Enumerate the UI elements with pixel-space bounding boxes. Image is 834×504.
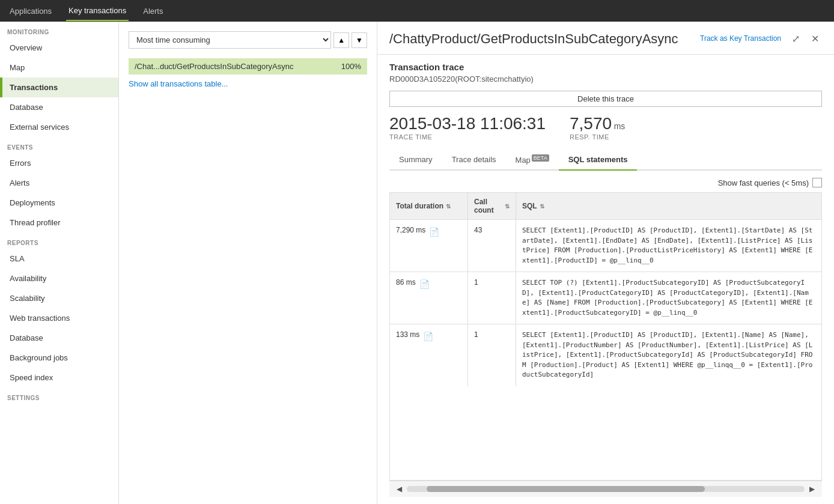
cell-count-1: 43	[468, 220, 516, 272]
resp-time-label: RESP. TIME	[570, 133, 625, 141]
left-panel: Most time consuming ▲ ▼ /Chat...duct/Get…	[119, 22, 377, 504]
cell-duration-1: 7,290 ms 📄	[390, 220, 468, 272]
main-content: Most time consuming ▲ ▼ /Chat...duct/Get…	[119, 22, 834, 504]
trace-time-value: 2015-03-18 11:06:31	[389, 114, 546, 133]
sql-row-2[interactable]: 86 ms 📄 1 SELECT TOP (?) [Extent1].[Prod…	[390, 272, 821, 324]
sidebar-item-web-transactions[interactable]: Web transactions	[0, 308, 118, 328]
sidebar-item-map[interactable]: Map	[0, 58, 118, 77]
cell-count-3: 1	[468, 324, 516, 386]
col-header-sql[interactable]: SQL ⇅	[516, 193, 821, 219]
doc-icon-3: 📄	[423, 332, 433, 341]
cell-sql-2: SELECT TOP (?) [Extent1].[ProductSubcate…	[516, 272, 821, 324]
nav-applications[interactable]: Applications	[7, 2, 54, 20]
cell-sql-1: SELECT [Extent1].[ProductID] AS [Product…	[516, 220, 821, 272]
sidebar-item-availability[interactable]: Availability	[0, 269, 118, 288]
show-fast-queries-checkbox[interactable]	[812, 178, 822, 187]
beta-badge: BETA	[532, 154, 549, 162]
duration-value-2: 86 ms	[396, 278, 416, 287]
sort-count-icon: ⇅	[505, 203, 510, 210]
col-header-count[interactable]: Call count ⇅	[468, 193, 516, 219]
tab-summary[interactable]: Summary	[389, 150, 442, 171]
nav-alerts[interactable]: Alerts	[141, 2, 165, 20]
col-header-duration[interactable]: Total duration ⇅	[390, 193, 468, 219]
trace-info-row: RD000D3A105220(ROOT:sitecmchattyio)	[389, 74, 822, 83]
doc-icon-1: 📄	[429, 227, 439, 237]
sidebar-item-alerts[interactable]: Alerts	[0, 173, 118, 193]
transaction-pct: 100%	[341, 62, 361, 71]
transaction-name: /Chat...duct/GetProductsInSubCategoryAsy…	[135, 62, 341, 71]
cell-sql-3: SELECT [Extent1].[ProductID] AS [Product…	[516, 324, 821, 386]
horizontal-scrollbar[interactable]: ◀ ▶	[389, 481, 822, 497]
filter-select[interactable]: Most time consuming	[129, 31, 331, 49]
sidebar-events-label: EVENTS	[0, 137, 118, 153]
filter-chevron-down[interactable]: ▼	[352, 32, 367, 48]
sql-filter-row: Show fast queries (< 5ms)	[389, 178, 822, 187]
sidebar-item-overview[interactable]: Overview	[0, 38, 118, 58]
sidebar-item-errors[interactable]: Errors	[0, 153, 118, 173]
transaction-trace-title: Transaction trace	[389, 62, 822, 72]
expand-icon[interactable]: ⤢	[788, 31, 803, 46]
duration-value-1: 7,290 ms	[396, 226, 425, 234]
scroll-left-arrow[interactable]: ◀	[394, 484, 404, 494]
sidebar-item-deployments[interactable]: Deployments	[0, 193, 118, 213]
tab-trace-details[interactable]: Trace details	[442, 150, 506, 171]
cell-duration-2: 86 ms 📄	[390, 272, 468, 324]
sort-duration-icon: ⇅	[446, 203, 451, 210]
sidebar-item-background-jobs[interactable]: Background jobs	[0, 348, 118, 368]
transaction-row[interactable]: /Chat...duct/GetProductsInSubCategoryAsy…	[129, 58, 367, 74]
trace-header: /ChattyProduct/GetProductsInSubCategoryA…	[377, 22, 834, 55]
trace-metrics: 2015-03-18 11:06:31 TRACE TIME 7,570 ms …	[389, 114, 822, 141]
delete-trace-button[interactable]: Delete this trace	[389, 91, 822, 107]
sql-panel: Show fast queries (< 5ms) Total duration…	[389, 178, 822, 497]
tab-sql-statements[interactable]: SQL statements	[559, 150, 638, 171]
sidebar-reports-label: REPORTS	[0, 232, 118, 249]
sql-table-header: Total duration ⇅ Call count ⇅ SQL ⇅	[390, 193, 821, 220]
show-all-link[interactable]: Show all transactions table...	[129, 77, 228, 91]
trace-time-label: TRACE TIME	[389, 133, 546, 141]
doc-icon-2: 📄	[419, 279, 430, 289]
tab-map[interactable]: MapBETA	[506, 150, 559, 171]
sidebar-item-external-services[interactable]: External services	[0, 117, 118, 137]
sort-sql-icon: ⇅	[540, 203, 544, 210]
top-navigation: Applications Key transactions Alerts	[0, 0, 834, 22]
filter-row: Most time consuming ▲ ▼	[129, 31, 367, 49]
sidebar-item-database-reports[interactable]: Database	[0, 328, 118, 348]
filter-chevron-up[interactable]: ▲	[333, 32, 349, 48]
scroll-thumb	[427, 486, 705, 492]
resp-time-row: 7,570 ms	[570, 114, 625, 133]
trace-header-actions: Track as Key Transaction ⤢ ✕	[698, 31, 822, 46]
track-key-transaction-button[interactable]: Track as Key Transaction	[698, 32, 784, 45]
trace-id: RD000D3A105220(ROOT:sitecmchattyio)	[389, 74, 534, 83]
sidebar-item-scalability[interactable]: Scalability	[0, 288, 118, 308]
sidebar-item-sla[interactable]: SLA	[0, 249, 118, 269]
right-panel: /ChattyProduct/GetProductsInSubCategoryA…	[377, 22, 834, 504]
trace-title: /ChattyProduct/GetProductsInSubCategoryA…	[389, 31, 678, 47]
resp-time-value: 7,570	[570, 114, 612, 133]
sql-row-3[interactable]: 133 ms 📄 1 SELECT [Extent1].[ProductID] …	[390, 324, 821, 386]
sidebar-item-transactions[interactable]: Transactions	[0, 77, 118, 97]
cell-count-2: 1	[468, 272, 516, 324]
duration-value-3: 133 ms	[396, 330, 419, 339]
sidebar-monitoring-label: MONITORING	[0, 22, 118, 38]
sql-filter-label: Show fast queries (< 5ms)	[718, 178, 809, 187]
trace-body: Transaction trace RD000D3A105220(ROOT:si…	[377, 55, 834, 504]
sidebar-settings-label: SETTINGS	[0, 387, 118, 404]
trace-time-block: 2015-03-18 11:06:31 TRACE TIME	[389, 114, 546, 141]
nav-key-transactions[interactable]: Key transactions	[66, 1, 129, 21]
close-panel-icon[interactable]: ✕	[808, 31, 822, 46]
sql-row-1[interactable]: 7,290 ms 📄 43 SELECT [Extent1].[ProductI…	[390, 220, 821, 272]
sidebar-item-thread-profiler[interactable]: Thread profiler	[0, 213, 118, 232]
sql-table: Total duration ⇅ Call count ⇅ SQL ⇅	[389, 192, 822, 481]
main-layout: MONITORING Overview Map Transactions Dat…	[0, 22, 834, 504]
scroll-track[interactable]	[407, 486, 805, 492]
sidebar: MONITORING Overview Map Transactions Dat…	[0, 22, 119, 504]
cell-duration-3: 133 ms 📄	[390, 324, 468, 386]
scroll-right-arrow[interactable]: ▶	[807, 484, 817, 494]
sidebar-item-database[interactable]: Database	[0, 97, 118, 117]
tab-bar: Summary Trace details MapBETA SQL statem…	[389, 150, 822, 171]
resp-time-unit: ms	[614, 121, 626, 131]
sidebar-item-speed-index[interactable]: Speed index	[0, 368, 118, 387]
resp-time-block: 7,570 ms RESP. TIME	[570, 114, 625, 141]
